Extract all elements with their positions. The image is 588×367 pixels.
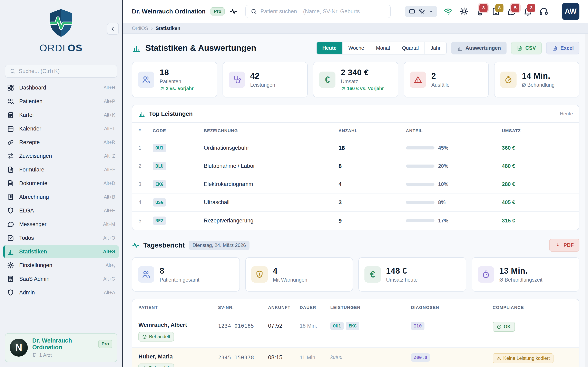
sidebar-item-dashboard[interactable]: Dashboard Alt+H — [3, 81, 119, 94]
bar-chart-icon — [138, 110, 145, 117]
trend-up-icon — [160, 86, 164, 91]
sidebar-item-kalender[interactable]: Kalender Alt+T — [3, 122, 119, 135]
sidebar-search-placeholder: Suche... (Ctrl+K) — [19, 68, 60, 75]
sidebar-search-input[interactable]: Suche... (Ctrl+K) — [5, 65, 117, 78]
dashboard-icon — [7, 84, 14, 91]
excel-export-button[interactable]: Excel — [546, 42, 579, 54]
logo-area: ORDIOS — [0, 0, 122, 59]
sidebar-item-zuweisungen[interactable]: Zuweisungen Alt+Z — [3, 150, 119, 162]
search-icon — [10, 68, 16, 74]
code-badge: EKG — [153, 180, 166, 188]
content: Statistiken & Auswertungen Heute Woche M… — [123, 34, 588, 367]
warning-triangle-icon — [496, 356, 501, 361]
table-row[interactable]: 5 REZ Rezeptverlängerung 9 17% 315 € — [132, 212, 579, 230]
sidebar-item-einstellungen[interactable]: Einstellungen Alt+, — [3, 259, 119, 272]
workspace-card[interactable]: N Dr. Weinrauch Ordination Pro 1 Arzt — [5, 333, 117, 362]
user-avatar[interactable]: AW — [562, 3, 579, 20]
patient-table-panel: Patient SV-Nr. Ankunft Dauer Leistungen … — [132, 299, 579, 367]
calendar-icon — [7, 125, 14, 132]
check-square-icon — [7, 234, 14, 242]
sidebar-item-abrechnung[interactable]: Abrechnung Alt+B — [3, 191, 119, 203]
table-row[interactable]: 1 OU1 Ordinationsgebühr 18 45% 360 € — [132, 139, 579, 157]
table-row[interactable]: 4 USG Ultraschall 3 8% 405 € — [132, 193, 579, 212]
sidebar-item-saas-admin[interactable]: SaaS Admin Alt+G — [3, 273, 119, 285]
patients-icon — [138, 72, 154, 88]
sidebar-item-patienten[interactable]: Patienten Alt+P — [3, 95, 119, 108]
breadcrumb-separator: › — [151, 25, 153, 31]
tab-monat[interactable]: Monat — [370, 42, 396, 54]
sidebar-item-admin[interactable]: Admin Alt+A — [3, 286, 119, 299]
phone-badge: 3 — [479, 4, 488, 12]
tab-quartal[interactable]: Quartal — [396, 42, 425, 54]
search-icon — [251, 8, 257, 15]
diagnosis-badge: I10 — [411, 322, 424, 330]
check-circle-icon — [142, 366, 147, 367]
sidebar-item-formulare[interactable]: Formulare Alt+F — [3, 163, 119, 176]
table-row[interactable]: 3 EKG Elektrokardiogramm 4 10% 280 € — [132, 175, 579, 193]
top-leistungen-title: Top Leistungen — [138, 110, 193, 117]
receipt-icon — [7, 193, 14, 201]
theme-toggle-button[interactable] — [459, 7, 469, 16]
shield-warning-icon — [251, 266, 268, 283]
scrollbar[interactable] — [585, 34, 588, 367]
kpi-mit-warnungen: 4 Mit Warnungen — [245, 257, 353, 292]
patient-search-input[interactable]: Patient suchen... (Name, SV-Nr, Geburts — [245, 5, 391, 18]
csv-export-button[interactable]: CSV — [511, 42, 541, 54]
sidebar-item-elga[interactable]: ELGA Alt+E — [3, 204, 119, 217]
compliance-warning-badge: Keine Leistung kodiert — [493, 353, 553, 363]
top-leistungen-panel: Top Leistungen Heute # Code Bezeichnung … — [132, 105, 579, 230]
download-icon — [555, 242, 561, 248]
code-badge: OU1 — [330, 322, 344, 330]
breadcrumb-root[interactable]: OrdiOS — [132, 25, 148, 31]
activity-pulse-icon — [132, 242, 140, 249]
tab-heute[interactable]: Heute — [317, 42, 343, 54]
file-pen-icon — [7, 166, 14, 173]
notifications-button[interactable]: 3 — [523, 7, 532, 16]
auswertungen-button[interactable]: Auswertungen — [451, 42, 507, 54]
shield-icon — [7, 207, 14, 214]
card-icon — [409, 8, 415, 15]
wifi-status-icon[interactable] — [443, 7, 453, 16]
tab-woche[interactable]: Woche — [343, 42, 370, 54]
tablet-notifications-button[interactable]: 8 — [491, 7, 501, 16]
euro-icon: € — [319, 72, 336, 88]
kpi-umsatz-heute: € 148 € Umsatz heute — [358, 257, 466, 292]
file-icon — [552, 45, 558, 51]
workspace-avatar: N — [10, 339, 28, 357]
transfer-arrows-icon — [7, 152, 14, 160]
share-bar — [406, 146, 434, 150]
sidebar-item-statistiken[interactable]: Statistiken Alt+S — [3, 245, 119, 258]
sidebar-collapse-button[interactable] — [107, 23, 119, 35]
patient-search-placeholder: Patient suchen... (Name, SV-Nr, Geburts — [260, 8, 360, 15]
sidebar-item-todos[interactable]: Todos Alt+O — [3, 232, 119, 244]
page-title: Statistiken & Auswertungen — [132, 43, 256, 53]
table-row[interactable]: 2 BLU Blutabnahme / Labor 8 20% 480 € — [132, 157, 579, 175]
support-button[interactable] — [539, 7, 548, 16]
messages-badge: 5 — [511, 4, 519, 12]
topbar: Dr. Weinrauch Ordination Pro Patient suc… — [123, 0, 588, 23]
card-reader-status-dropdown[interactable] — [405, 6, 437, 17]
stethoscope-icon — [229, 72, 245, 88]
sidebar-item-dokumente[interactable]: Dokumente Alt+D — [3, 177, 119, 190]
table-row[interactable]: Huber, Maria Behandelt 2345 150378 08:15… — [132, 348, 579, 367]
period-tabs: Heute Woche Monat Quartal Jahr — [316, 42, 447, 54]
headset-icon — [539, 7, 548, 16]
phone-notifications-button[interactable]: 3 — [475, 7, 485, 16]
sidebar-item-rezepte[interactable]: Rezepte Alt+R — [3, 136, 119, 149]
pdf-export-button[interactable]: PDF — [549, 239, 579, 252]
logo-wordmark: ORDIOS — [0, 42, 122, 54]
bar-chart-icon — [457, 45, 463, 51]
messages-button[interactable]: 5 — [507, 7, 517, 16]
table-row[interactable]: Weinrauch, Albert Behandelt 1234 010185 … — [132, 316, 579, 348]
tagesbericht-title: Tagesbericht — [132, 242, 185, 249]
status-badge: Behandelt — [138, 332, 174, 342]
chevron-down-icon — [428, 9, 433, 14]
building-icon — [32, 353, 37, 358]
sidebar-item-messenger[interactable]: Messenger Alt+M — [3, 218, 119, 231]
building-icon — [7, 275, 14, 283]
bar-chart-icon — [132, 44, 141, 53]
tab-jahr[interactable]: Jahr — [425, 42, 446, 54]
kpi-patienten: 18 Patienten 2 vs. Vorjahr — [132, 62, 217, 98]
status-badge: Behandelt — [138, 364, 174, 367]
sidebar-item-kartei[interactable]: Kartei Alt+K — [3, 109, 119, 121]
